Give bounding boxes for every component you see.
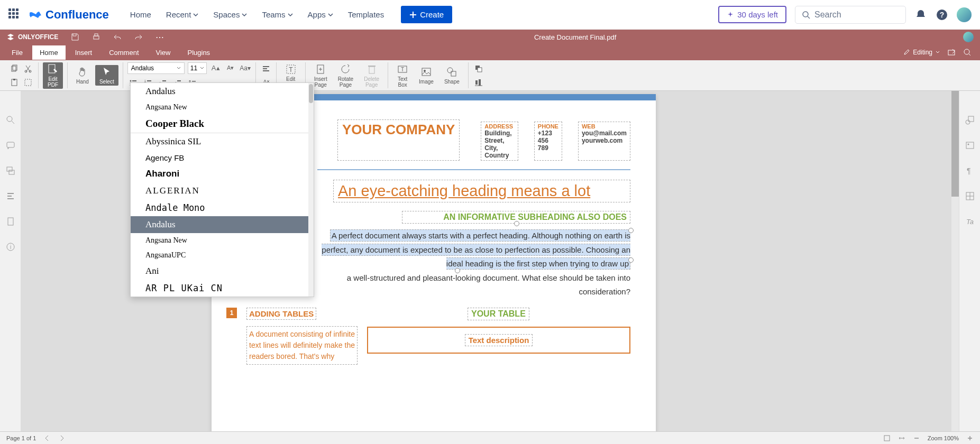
- hand-tool-button[interactable]: Hand: [72, 65, 93, 86]
- cut-icon[interactable]: [22, 63, 34, 75]
- edit-pdf-button[interactable]: Edit PDF: [43, 62, 63, 89]
- fit-width-icon[interactable]: [898, 434, 905, 442]
- zoom-in-icon[interactable]: [966, 434, 974, 442]
- dropdown-scroll-thumb[interactable]: [309, 84, 313, 103]
- fit-page-icon[interactable]: [883, 434, 891, 442]
- next-page-icon[interactable]: [58, 434, 66, 442]
- address-box[interactable]: ADDRESS Building, Street, City, Country: [481, 122, 518, 161]
- shape-button[interactable]: Shape: [440, 65, 464, 86]
- create-button[interactable]: Create: [401, 6, 452, 23]
- nav-recent[interactable]: Recent: [160, 6, 205, 23]
- prev-page-icon[interactable]: [43, 434, 51, 442]
- menu-view[interactable]: View: [149, 45, 178, 60]
- comments-icon[interactable]: [6, 141, 15, 150]
- menu-file[interactable]: File: [4, 45, 30, 60]
- shape-settings-icon[interactable]: [965, 115, 975, 125]
- font-opt-aharoni[interactable]: Aharoni: [131, 165, 314, 182]
- align-objects-icon[interactable]: [473, 77, 484, 88]
- font-opt-angsana-recent[interactable]: Angsana New: [131, 100, 314, 115]
- change-case-icon[interactable]: Aa▾: [240, 62, 251, 74]
- nav-templates[interactable]: Templates: [342, 6, 390, 23]
- doc-heading[interactable]: An eye-catching heading means a lot: [333, 180, 630, 202]
- table-box[interactable]: Text description: [367, 327, 630, 354]
- apps-grid-icon[interactable]: [8, 8, 21, 21]
- phone-box[interactable]: PHONE +123 456 789: [534, 122, 562, 161]
- text-box-button[interactable]: T Text Box: [392, 62, 413, 89]
- trial-button[interactable]: 30 days left: [718, 6, 786, 23]
- web-box[interactable]: WEB you@mail.com yourweb.com: [578, 122, 630, 161]
- nav-home[interactable]: Home: [124, 6, 158, 23]
- font-opt-agency[interactable]: Agency FB: [131, 150, 314, 165]
- image-button[interactable]: Image: [415, 65, 438, 86]
- confluence-logo[interactable]: Confluence: [30, 8, 109, 22]
- undo-icon[interactable]: [113, 33, 122, 41]
- align-left-icon[interactable]: [260, 63, 272, 75]
- font-opt-algerian[interactable]: ALGERIAN: [131, 182, 314, 199]
- font-opt-cooper-recent[interactable]: Cooper Black: [131, 115, 314, 133]
- more-icon[interactable]: ⋯: [155, 32, 164, 42]
- scroll-thumb[interactable]: [951, 91, 959, 197]
- find-icon[interactable]: [6, 115, 15, 125]
- notification-icon[interactable]: [914, 8, 927, 21]
- vertical-scrollbar[interactable]: [951, 91, 959, 431]
- selection-handle[interactable]: [514, 221, 519, 226]
- pages-icon[interactable]: [6, 217, 15, 226]
- nav-spaces[interactable]: Spaces: [207, 6, 253, 23]
- chat-icon[interactable]: [6, 166, 15, 175]
- paste-icon[interactable]: [8, 77, 20, 88]
- doc-subheading[interactable]: AN INFORMATIVE SUBHEADING ALSO DOES: [402, 211, 630, 224]
- your-table-label[interactable]: YOUR TABLE: [468, 308, 529, 320]
- font-opt-andale[interactable]: Andale Mono: [131, 199, 314, 216]
- dropdown-scrollbar[interactable]: [308, 83, 314, 297]
- zoom-level[interactable]: Zoom 100%: [928, 435, 959, 441]
- selection-handle[interactable]: [628, 257, 634, 263]
- selection-handle[interactable]: [455, 268, 460, 273]
- font-opt-ani[interactable]: Ani: [131, 263, 314, 280]
- decrease-font-icon[interactable]: A▾: [225, 62, 236, 74]
- font-opt-abyssinica[interactable]: Abyssinica SIL: [131, 133, 314, 150]
- nav-teams[interactable]: Teams: [255, 6, 299, 23]
- save-icon[interactable]: [71, 33, 79, 41]
- headings-icon[interactable]: [6, 191, 15, 201]
- redo-icon[interactable]: [134, 33, 143, 41]
- font-opt-andalus[interactable]: Andalus: [131, 216, 314, 233]
- select-tool-button[interactable]: Select: [95, 65, 118, 86]
- menu-plugins[interactable]: Plugins: [180, 45, 217, 60]
- delete-page-button[interactable]: Delete Page: [360, 62, 383, 89]
- image-settings-icon[interactable]: [965, 141, 975, 150]
- font-opt-andalus-recent[interactable]: Andalus: [131, 83, 314, 100]
- print-icon[interactable]: [92, 33, 100, 41]
- rotate-page-button[interactable]: Rotate Page: [334, 62, 358, 89]
- nav-apps[interactable]: Apps: [301, 6, 340, 23]
- paragraph-icon[interactable]: ¶: [965, 166, 975, 175]
- font-dropdown[interactable]: Andalus Angsana New Cooper Black Abyssin…: [130, 82, 314, 297]
- increase-font-icon[interactable]: A▴: [210, 62, 222, 74]
- selection-handle[interactable]: [628, 228, 634, 233]
- menu-home[interactable]: Home: [32, 45, 66, 60]
- help-icon[interactable]: ?: [936, 8, 948, 21]
- table-description[interactable]: Text description: [465, 334, 533, 346]
- font-opt-angsanaupc[interactable]: AngsanaUPC: [131, 248, 314, 263]
- table-settings-icon[interactable]: [965, 191, 975, 201]
- textart-icon[interactable]: Ta: [965, 217, 975, 226]
- copy-icon[interactable]: [8, 63, 20, 75]
- editing-mode-button[interactable]: Editing: [903, 49, 940, 56]
- section-body[interactable]: A document consisting of infinite text l…: [246, 326, 358, 365]
- menu-comment[interactable]: Comment: [102, 45, 146, 60]
- section-title[interactable]: ADDING TABLES: [246, 308, 316, 320]
- font-opt-ar-pl[interactable]: AR PL UKai CN: [131, 280, 314, 297]
- feedback-icon[interactable]: i: [6, 242, 15, 252]
- arrange-icon[interactable]: [473, 63, 484, 75]
- select-all-icon[interactable]: [22, 77, 34, 88]
- company-box[interactable]: YOUR COMPANY: [337, 119, 460, 161]
- search-input[interactable]: Search: [795, 6, 906, 24]
- menu-insert[interactable]: Insert: [68, 45, 100, 60]
- avatar-small[interactable]: [963, 32, 974, 42]
- zoom-out-icon[interactable]: [913, 434, 920, 442]
- doc-body-text[interactable]: A perfect document always starts with a …: [317, 229, 630, 299]
- font-name-select[interactable]: Andalus: [127, 62, 185, 74]
- avatar[interactable]: [957, 7, 972, 22]
- search-icon[interactable]: [963, 48, 972, 57]
- font-opt-angsana[interactable]: Angsana New: [131, 233, 314, 248]
- font-size-select[interactable]: 11: [188, 62, 207, 74]
